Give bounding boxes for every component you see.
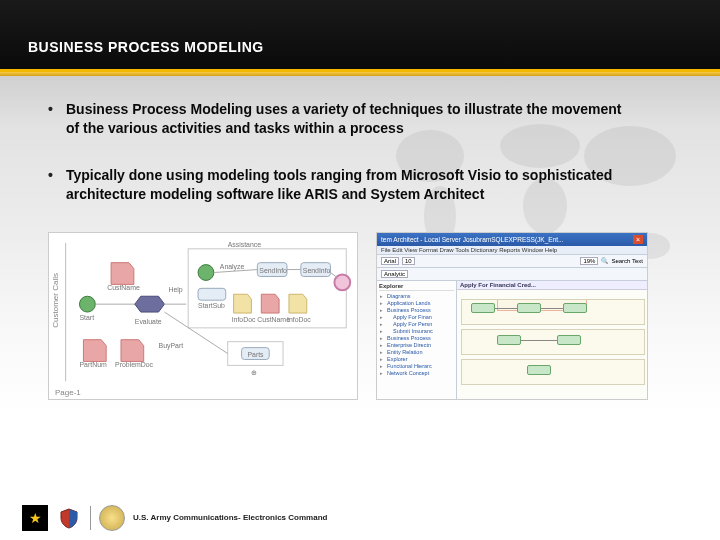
tree-item[interactable]: Enterprise Directn: [379, 342, 454, 349]
tree-item[interactable]: Functional Hierarc: [379, 363, 454, 370]
system-architect-screenshot: tem Architect - Local Server JosubramSQL…: [376, 232, 648, 400]
tree-item[interactable]: Submit Insuranc: [379, 328, 454, 335]
node-problemdoc: ProblemDoc: [115, 361, 154, 368]
node-parts: Parts: [247, 350, 264, 357]
node-sendinfo2: SendInfo: [303, 266, 331, 273]
bullet-item: Typically done using modeling tools rang…: [48, 166, 638, 204]
node-infodoc: InfoDoc: [232, 315, 256, 322]
node-buypart: BuyPart: [159, 341, 184, 349]
node-custname2: CustName: [257, 315, 290, 322]
svg-rect-19: [198, 288, 226, 300]
figures-row: Customer Calls Start CustName Evaluate: [48, 232, 672, 400]
connector: [521, 340, 557, 341]
explorer-title: Explorer: [379, 283, 454, 291]
canvas-title: Apply For Financial Cred...: [457, 281, 647, 290]
bullet-list: Business Process Modeling uses a variety…: [48, 100, 672, 204]
visio-ylabel: Customer Calls: [51, 273, 60, 328]
process-node[interactable]: [563, 303, 587, 313]
tree-item[interactable]: Network Concept: [379, 370, 454, 377]
slide-title: BUSINESS PROCESS MODELING: [28, 39, 264, 55]
search-icon[interactable]: 🔍: [601, 257, 608, 264]
slide-footer: ★ U.S. Army Communications- Electronics …: [0, 496, 720, 540]
tab-analytic[interactable]: Analytic: [381, 270, 408, 278]
swimlane: [461, 329, 645, 355]
tree-item[interactable]: Explorer: [379, 356, 454, 363]
node-start: Start: [79, 314, 94, 321]
bullet-item: Business Process Modeling uses a variety…: [48, 100, 638, 138]
sa-menubar[interactable]: File Edit View Format Draw Tools Diction…: [377, 246, 647, 255]
svg-point-7: [79, 296, 95, 312]
connector: [541, 308, 563, 309]
search-label: Search Text: [611, 258, 643, 264]
close-icon[interactable]: ×: [633, 235, 643, 244]
process-node[interactable]: [517, 303, 541, 313]
slide-body: Business Process Modeling uses a variety…: [0, 76, 720, 496]
sa-canvas[interactable]: Apply For Financial Cred...: [457, 281, 647, 399]
node-custname: CustName: [107, 284, 140, 291]
sa-toolbar-2[interactable]: Analytic: [377, 268, 647, 281]
process-node[interactable]: [497, 335, 521, 345]
svg-line-15: [214, 269, 257, 272]
node-sendinfo: SendInfo: [259, 266, 287, 273]
swimlane: [461, 359, 645, 385]
tree-item[interactable]: Business Process: [379, 335, 454, 342]
process-node[interactable]: [471, 303, 495, 313]
army-logo-icon: ★: [22, 505, 48, 531]
node-startsub: StartSub: [198, 302, 225, 309]
label-help: Help: [168, 286, 182, 294]
footer-org-text: U.S. Army Communications- Electronics Co…: [133, 514, 327, 523]
tree-item[interactable]: Application Lands: [379, 300, 454, 307]
sa-title-text: tem Architect - Local Server JosubramSQL…: [381, 236, 563, 243]
zoom-display[interactable]: 19%: [580, 257, 598, 265]
footer-divider: [90, 506, 91, 530]
sa-explorer-panel[interactable]: Explorer Diagrams Application Lands Busi…: [377, 281, 457, 399]
size-select[interactable]: 10: [402, 257, 415, 265]
slide-header: BUSINESS PROCESS MODELING: [0, 0, 720, 72]
svg-marker-9: [135, 296, 165, 312]
process-node[interactable]: [557, 335, 581, 345]
tree-item[interactable]: Apply For Finan: [379, 314, 454, 321]
visio-page-label: Page-1: [55, 388, 81, 397]
tree-item[interactable]: Apply For Persn: [379, 321, 454, 328]
node-partnum: PartNum: [79, 361, 106, 368]
label-assistance: Assistance: [228, 240, 262, 247]
node-evaluate: Evaluate: [135, 317, 162, 324]
sa-toolbar[interactable]: Arial 10 19% 🔍 Search Text: [377, 255, 647, 268]
process-node[interactable]: [527, 365, 551, 375]
font-select[interactable]: Arial: [381, 257, 399, 265]
tree-item[interactable]: Diagrams: [379, 293, 454, 300]
node-infodoc2: InfoDoc: [287, 315, 311, 322]
node-analyze: Analyze: [220, 262, 245, 270]
shield-logo-icon: [56, 505, 82, 531]
amc-seal-icon: [99, 505, 125, 531]
connector: [495, 308, 517, 309]
svg-point-12: [198, 264, 214, 280]
svg-text:⊕: ⊕: [251, 369, 257, 376]
tree-item[interactable]: Business Process: [379, 307, 454, 314]
sa-titlebar: tem Architect - Local Server JosubramSQL…: [377, 233, 647, 246]
tree-item[interactable]: Entity Relation: [379, 349, 454, 356]
visio-diagram: Customer Calls Start CustName Evaluate: [48, 232, 358, 400]
